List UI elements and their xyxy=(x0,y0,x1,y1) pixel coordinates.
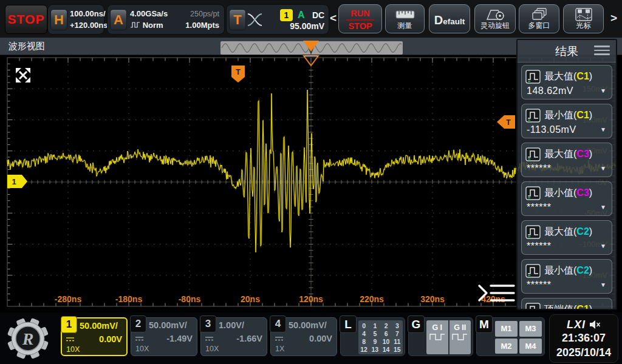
chevron-down-icon[interactable]: ▼ xyxy=(600,87,606,94)
generator-channel-2[interactable]: G II xyxy=(448,320,471,354)
math-box[interactable]: M M1M3M2M4 xyxy=(476,317,545,356)
channel-scale: 50.00mV/ xyxy=(80,321,118,331)
results-header[interactable]: 结果 xyxy=(518,40,616,62)
coupling-icon xyxy=(275,336,284,342)
trigger-coupling: DC xyxy=(312,10,324,20)
horizontal-offset-marker[interactable] xyxy=(304,56,318,66)
cursor-button[interactable]: 光标 xyxy=(563,4,604,33)
results-panel: 结果 最大值(C1)148.62mV▼最小值(C1)-113.05mV▼最大值(… xyxy=(516,39,617,310)
logic-channel-number: 7 xyxy=(392,330,403,337)
measurement-channel: C3 xyxy=(576,149,589,159)
run-label: RUN xyxy=(346,8,374,21)
measurement-value: -113.05mV xyxy=(527,124,576,135)
stop-status-button[interactable]: STOP xyxy=(5,5,47,34)
timebase-scale: 100.00ns/ xyxy=(70,9,106,18)
channel-offset: 0.00V xyxy=(309,334,332,343)
square-wave-icon xyxy=(429,332,445,340)
horizontal-settings-group[interactable]: H 100.00ns/ +120.00ns xyxy=(47,4,104,35)
logic-channel-number: 12 xyxy=(358,346,369,353)
rigol-logo[interactable]: R xyxy=(6,317,50,360)
logic-channels-box[interactable]: L 0123456789101112131415 xyxy=(340,317,405,356)
measurement-card[interactable]: 最大值(C2)******▼ xyxy=(521,220,612,255)
trigger-time-marker[interactable]: T xyxy=(231,66,245,83)
measurement-card[interactable]: 最小值(C2)******▼ xyxy=(521,259,612,294)
stacked-windows-icon xyxy=(519,8,559,21)
waveform-stat-icon xyxy=(525,225,541,239)
logic-channel-number: 1 xyxy=(369,322,380,329)
measurement-channel: C1 xyxy=(576,110,589,120)
default-button[interactable]: Default xyxy=(429,4,470,33)
svg-text:T: T xyxy=(236,67,241,76)
waveform-stat-icon xyxy=(525,147,541,161)
channel-offset: 0.00V xyxy=(99,334,122,344)
logic-badge: L xyxy=(340,315,357,333)
channel-4-box[interactable]: 450.00mV/0.00V1X xyxy=(270,317,337,356)
channel-3-box[interactable]: 31.00V/-1.66V10X xyxy=(200,317,267,356)
channel-2-box[interactable]: 250.00mV/-1.49V10X xyxy=(131,317,197,356)
generator-box[interactable]: G G IG II xyxy=(408,317,473,356)
time-axis-label: 220ns xyxy=(360,294,384,304)
acquisition-settings-group[interactable]: A 4.00GSa/s Norm 250ps/pt 1.00Mpts xyxy=(107,4,225,35)
system-date: 2025/10/14 xyxy=(550,345,618,360)
system-time: 21:36:07 xyxy=(550,331,618,345)
measure-button[interactable]: 测量 xyxy=(385,4,425,33)
toolbar-scroll-left[interactable]: < xyxy=(330,12,337,25)
channel-1-box[interactable]: 150.00mV/0.00V10X xyxy=(61,317,128,356)
default-label-initial: D xyxy=(434,13,443,27)
svg-text:R: R xyxy=(22,329,34,348)
chevron-down-icon[interactable]: ▼ xyxy=(600,243,606,249)
default-label-rest: efault xyxy=(443,17,465,26)
generator-badge: G xyxy=(408,315,425,333)
logic-channel-number: 4 xyxy=(358,330,369,337)
measurement-card[interactable]: 最小值(C1)-113.05mV▼ xyxy=(521,104,612,138)
chevron-down-icon[interactable]: ▼ xyxy=(600,126,606,133)
measurement-value: 148.62mV xyxy=(527,86,573,96)
run-stop-button[interactable]: RUN STOP xyxy=(338,4,382,33)
trigger-level-marker[interactable]: T xyxy=(497,115,515,129)
chevron-down-icon[interactable]: ▼ xyxy=(600,281,606,288)
system-status-box[interactable]: LXI 21:36:07 2025/10/14 xyxy=(549,314,618,363)
measurement-label: 最大值(C2) xyxy=(544,226,592,238)
trigger-settings-group[interactable]: T 1 A DC 95.00mV xyxy=(226,4,329,35)
time-axis-label: 20ns xyxy=(241,294,260,304)
acquisition-badge: A xyxy=(110,9,127,30)
channel-probe-ratio: 1X xyxy=(275,345,284,353)
quick-knob-button[interactable]: 灵动旋钮 xyxy=(474,4,516,33)
quick-knob-label: 灵动旋钮 xyxy=(475,21,515,31)
logic-channel-number: 2 xyxy=(381,322,392,329)
math-channel-M2[interactable]: M2 xyxy=(495,339,518,354)
timebase-position: +120.00ns xyxy=(70,21,108,30)
math-channel-M4[interactable]: M4 xyxy=(519,339,542,354)
logic-channel-number: 6 xyxy=(381,330,392,337)
chevron-down-icon[interactable]: ▼ xyxy=(600,204,606,211)
math-channel-M3[interactable]: M3 xyxy=(519,321,542,337)
math-badge: M xyxy=(476,315,493,333)
logic-channel-number: 10 xyxy=(381,338,392,345)
menu-icon[interactable] xyxy=(594,46,610,58)
ch1-ground-marker[interactable]: 1 xyxy=(7,175,27,188)
measurement-card[interactable]: 顶端值(C1)▼ xyxy=(521,298,612,310)
lxi-label: LXI xyxy=(567,318,586,331)
time-axis-label: 320ns xyxy=(420,294,445,304)
chevron-down-icon[interactable]: ▼ xyxy=(600,165,606,172)
channel-number-badge: 2 xyxy=(130,315,146,332)
measurement-label: 顶端值(C1) xyxy=(544,303,592,310)
expand-icon[interactable] xyxy=(16,68,30,83)
math-channel-grid: M1M3M2M4 xyxy=(494,320,542,354)
time-axis-label: -280ns xyxy=(55,294,82,304)
square-wave-icon xyxy=(130,21,140,29)
generator-channel-1[interactable]: G I xyxy=(426,320,448,354)
measurement-card[interactable]: 最大值(C1)148.62mV▼ xyxy=(521,65,612,99)
measurement-card[interactable]: 最小值(C3)******▼ xyxy=(521,181,612,216)
waveform-stat-icon xyxy=(525,109,541,123)
measurement-label: 最小值(C3) xyxy=(544,187,592,200)
waveform-stat-icon xyxy=(525,70,541,84)
multi-window-button[interactable]: 多窗口 xyxy=(519,4,559,33)
measurement-value: ****** xyxy=(527,241,551,252)
math-channel-M1[interactable]: M1 xyxy=(495,321,518,337)
measurement-card[interactable]: 最大值(C3)******▼ xyxy=(521,143,612,177)
channel-number-badge: 4 xyxy=(270,315,286,332)
toolbar-scroll-right[interactable]: > xyxy=(610,12,617,25)
bottom-bar: R 150.00mV/0.00V10X250.00mV/-1.49V10X31.… xyxy=(0,312,622,364)
time-axis-label: -80ns xyxy=(179,294,201,304)
